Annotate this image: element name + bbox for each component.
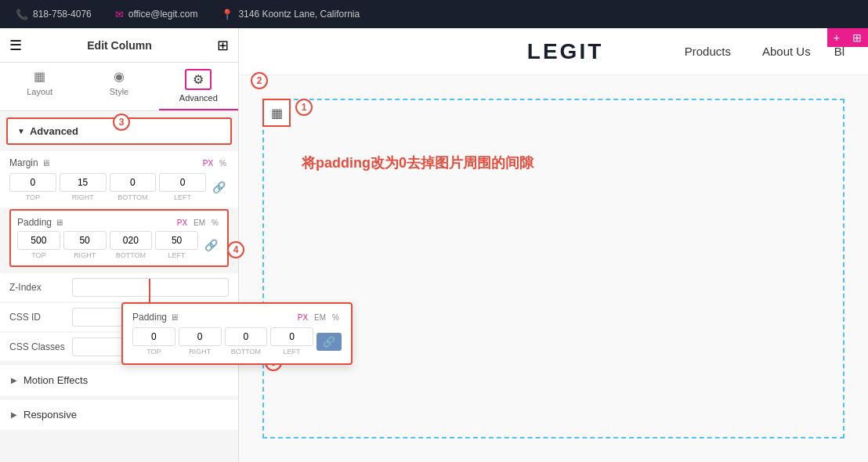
margin-inputs: 0 TOP 15 RIGHT 0 BOTTOM 0 LEFT [9, 173, 229, 201]
padding-unit-px[interactable]: PX [175, 218, 190, 228]
popup-link-button[interactable]: 🔗 [316, 333, 342, 351]
padding-units: PX EM % [175, 218, 221, 228]
popup-bottom-box: 0 BOTTOM [225, 327, 268, 356]
padding-label-row: Padding 🖥 PX EM % [17, 217, 221, 228]
padding-group: Padding 🖥 PX EM % 500 TOP 50 [9, 209, 229, 267]
margin-unit-pct[interactable]: % [217, 158, 229, 168]
padding-unit-em[interactable]: EM [191, 218, 208, 228]
padding-right-input[interactable]: 50 [63, 231, 107, 250]
tab-layout-label: Layout [27, 87, 52, 96]
padding-top-input[interactable]: 500 [17, 231, 60, 250]
margin-top-label: TOP [26, 193, 40, 201]
responsive-header[interactable]: ▶ Responsive [0, 399, 238, 430]
margin-label-row: Margin 🖥 PX % [9, 157, 229, 168]
hamburger-icon[interactable]: ☰ [9, 37, 22, 54]
panel-content: ▼ Advanced Margin 🖥 PX % 0 [0, 111, 238, 462]
padding-left-box: 50 LEFT [155, 231, 198, 259]
column-icon: ▦ [271, 106, 283, 121]
tabs-row: ▦ Layout ◉ Style ⚙ Advanced [0, 63, 238, 111]
margin-bottom-label: BOTTOM [118, 193, 147, 201]
margin-left-label: LEFT [174, 193, 191, 201]
margin-unit-px[interactable]: PX [201, 158, 215, 168]
website-logo: LEGIT [461, 39, 668, 64]
popup-unit-em[interactable]: EM [312, 312, 328, 323]
add-button[interactable]: + [827, 28, 846, 47]
tab-advanced-label: Advanced [179, 93, 218, 103]
phone-item: 📞 818-758-4076 [16, 9, 92, 20]
padding-bottom-label: BOTTOM [116, 251, 146, 259]
margin-right-box: 15 RIGHT [60, 173, 107, 201]
motion-effects-header[interactable]: ▶ Motion Effects [0, 365, 238, 395]
margin-bottom-box: 0 BOTTOM [110, 173, 157, 201]
popup-bottom-label: BOTTOM [231, 348, 261, 356]
email-icon: ✉ [115, 9, 124, 20]
popup-top-input[interactable]: 0 [132, 327, 175, 346]
padding-right-label: RIGHT [74, 251, 96, 259]
style-icon: ◉ [114, 69, 125, 84]
padding-label: Padding 🖥 [17, 217, 63, 228]
zindex-label: Z-Index [9, 282, 72, 293]
motion-effects-section: ▶ Motion Effects [0, 364, 238, 395]
popup-padding-label-row: Padding 🖥 PX EM % [132, 312, 342, 323]
padding-left-input[interactable]: 50 [155, 231, 198, 250]
nav-products[interactable]: Products [669, 38, 747, 64]
motion-arrow-icon: ▶ [11, 376, 17, 384]
popup-left-box: 0 LEFT [270, 327, 313, 356]
grid-icon[interactable]: ⊞ [217, 37, 229, 54]
section-arrow-icon: ▼ [17, 127, 25, 135]
main-layout: ☰ Edit Column ⊞ ▦ Layout ◉ Style ⚙ Advan… [0, 28, 868, 462]
padding-inputs: 500 TOP 50 RIGHT 020 BOTTOM 50 LEFT [17, 231, 221, 259]
elementor-toolbar: + ⊞ [827, 28, 868, 47]
badge-3: 3 [113, 114, 130, 131]
cssid-label: CSS ID [9, 312, 72, 323]
popup-left-label: LEFT [284, 348, 301, 356]
tab-advanced[interactable]: ⚙ Advanced [159, 63, 238, 110]
phone-icon: 📞 [16, 9, 28, 20]
padding-top-label: TOP [31, 251, 45, 259]
address-item: 📍 3146 Koontz Lane, California [221, 9, 360, 20]
popup-right-label: RIGHT [189, 348, 211, 356]
email-item: ✉ office@legit.com [115, 9, 198, 20]
badge-4: 4 [227, 241, 244, 258]
popup-padding-label: Padding 🖥 [132, 312, 179, 323]
advanced-icon: ⚙ [193, 73, 204, 86]
padding-left-label: LEFT [168, 251, 186, 259]
popup-left-input[interactable]: 0 [270, 327, 313, 346]
padding-link-icon[interactable]: 🔗 [201, 239, 221, 251]
padding-unit-pct[interactable]: % [209, 218, 221, 228]
tab-style-label: Style [110, 87, 128, 96]
popup-monitor-icon: 🖥 [170, 312, 179, 322]
popup-right-box: 0 RIGHT [179, 327, 222, 356]
popup-unit-px[interactable]: PX [295, 312, 310, 323]
tab-style[interactable]: ◉ Style [79, 63, 158, 110]
zindex-input[interactable] [72, 278, 229, 297]
layout-icon: ▦ [34, 69, 45, 84]
location-icon: 📍 [221, 9, 233, 20]
margin-top-input[interactable]: 0 [9, 173, 56, 192]
website-header: LEGIT Products About Us Bl + ⊞ [239, 28, 868, 75]
margin-top-box: 0 TOP [9, 173, 56, 201]
right-area: LEGIT Products About Us Bl + ⊞ ▦ 1 [239, 28, 868, 462]
popup-padding: Padding 🖥 PX EM % 0 TOP 0 RIGHT 0 BOTTOM [121, 302, 353, 365]
margin-group: Margin 🖥 PX % 0 TOP 15 RIGHT [0, 151, 238, 208]
margin-left-input[interactable]: 0 [159, 173, 206, 192]
popup-right-input[interactable]: 0 [179, 327, 222, 346]
popup-unit-pct[interactable]: % [330, 312, 342, 323]
panel-header: ☰ Edit Column ⊞ [0, 28, 238, 63]
dashed-border-box [262, 99, 844, 439]
grid-options-button[interactable]: ⊞ [846, 28, 868, 47]
popup-bottom-input[interactable]: 0 [225, 327, 268, 346]
column-icon-box[interactable]: ▦ [262, 99, 291, 127]
margin-units: PX % [201, 158, 229, 168]
tab-layout[interactable]: ▦ Layout [0, 63, 79, 110]
zindex-row: Z-Index [0, 273, 238, 301]
margin-link-icon[interactable]: 🔗 [209, 181, 229, 193]
website-nav: Products About Us Bl [669, 38, 852, 64]
padding-bottom-input[interactable]: 020 [110, 231, 153, 250]
panel-title: Edit Column [87, 39, 151, 52]
motion-effects-label: Motion Effects [24, 374, 88, 386]
nav-about[interactable]: About Us [747, 38, 826, 64]
margin-bottom-input[interactable]: 0 [110, 173, 157, 192]
margin-right-input[interactable]: 15 [60, 173, 107, 192]
margin-label: Margin 🖥 [9, 157, 50, 168]
